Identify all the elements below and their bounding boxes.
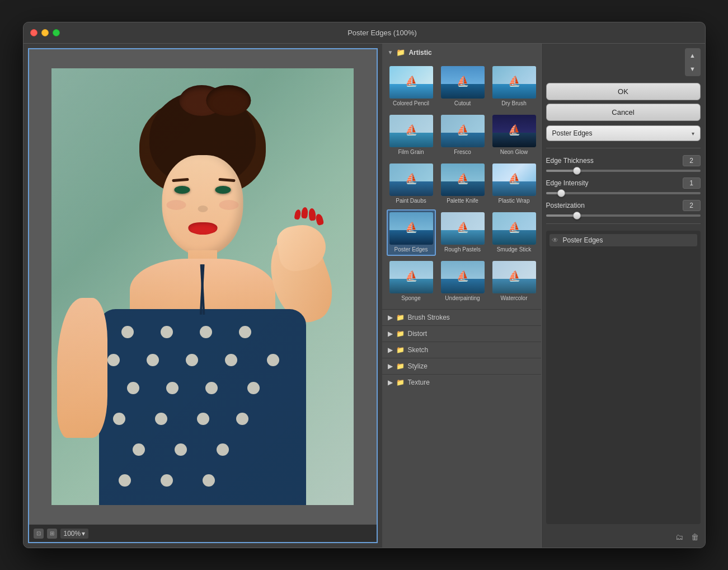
preview-image xyxy=(29,49,377,524)
filter-label-poster-edges: Poster Edges xyxy=(394,246,428,253)
artistic-category-label: Artistic xyxy=(408,49,431,57)
layers-icon[interactable]: 🗂 xyxy=(674,531,685,543)
filter-thumb-paint-daubs: ⛵ xyxy=(389,163,433,196)
sketch-label: Sketch xyxy=(408,346,429,354)
posterization-track xyxy=(546,214,701,217)
fit-view-button[interactable]: ⊡ xyxy=(34,529,44,539)
filter-item-sponge[interactable]: ⛵ Sponge xyxy=(387,258,436,305)
filter-thumb-sponge: ⛵ xyxy=(389,261,433,293)
filter-thumb-cutout: ⛵ xyxy=(441,66,485,99)
filter-thumb-smudge-stick: ⛵ xyxy=(492,212,536,245)
brush-strokes-category[interactable]: ▶ 📁 Brush Strokes xyxy=(382,309,541,325)
nail-1 xyxy=(315,213,325,226)
filter-item-watercolor[interactable]: ⛵ Watercolor xyxy=(490,258,539,305)
filter-item-fresco[interactable]: ⛵ Fresco xyxy=(438,112,487,158)
brush-strokes-arrow: ▶ xyxy=(388,314,393,321)
filter-label-cutout: Cutout xyxy=(454,100,471,107)
posterization-value[interactable]: 2 xyxy=(683,200,701,211)
stylize-category[interactable]: ▶ 📁 Stylize xyxy=(382,358,541,374)
filter-label-paint-daubs: Paint Daubs xyxy=(396,198,426,204)
traffic-lights xyxy=(30,29,60,36)
delete-icon[interactable]: 🗑 xyxy=(689,531,701,543)
sketch-category[interactable]: ▶ 📁 Sketch xyxy=(382,342,541,358)
sketch-arrow: ▶ xyxy=(388,346,393,354)
minimize-button[interactable] xyxy=(41,29,49,36)
preview-toolbar: ⊡ ⊞ 100% ▾ xyxy=(29,524,377,542)
texture-category[interactable]: ▶ 📁 Texture xyxy=(382,374,541,390)
filter-thumb-plastic-wrap: ⛵ xyxy=(492,163,536,196)
filter-item-smudge-stick[interactable]: ⛵ Smudge Stick xyxy=(490,209,539,256)
filter-label-sponge: Sponge xyxy=(401,295,420,302)
edge-intensity-header: Edge Intensity 1 xyxy=(546,177,701,189)
hair-bun-right xyxy=(206,85,251,116)
artistic-category-header[interactable]: ▼ 📁 Artistic xyxy=(382,44,541,61)
close-button[interactable] xyxy=(30,29,37,36)
filter-label-rough-pastels: Rough Pastels xyxy=(444,246,481,253)
face xyxy=(162,155,243,256)
filter-item-neon-glow[interactable]: ⛵ Neon Glow xyxy=(490,112,539,158)
effect-item-poster-edges[interactable]: 👁 Poster Edges xyxy=(549,234,697,246)
nail-2 xyxy=(308,208,316,221)
filter-item-rough-pastels[interactable]: ⛵ Rough Pastels xyxy=(438,209,487,256)
zoom-value: 100% xyxy=(64,530,81,538)
lips xyxy=(188,222,217,235)
preview-pane: ⊡ ⊞ 100% ▾ xyxy=(28,48,378,543)
zoom-dropdown-arrow: ▾ xyxy=(82,530,85,538)
window-title: Poster Edges (100%) xyxy=(67,29,698,37)
filter-item-poster-edges[interactable]: ⛵ Poster Edges xyxy=(387,209,436,256)
bottom-icons: 🗂 🗑 xyxy=(546,529,701,543)
distort-label: Distort xyxy=(408,330,428,338)
distort-folder-icon: 📁 xyxy=(396,330,405,338)
cancel-button[interactable]: Cancel xyxy=(546,104,701,121)
maximize-button[interactable] xyxy=(53,29,60,36)
scroll-down-button[interactable]: ▼ xyxy=(686,63,699,75)
arm-left xyxy=(57,298,107,438)
effect-name-label: Poster Edges xyxy=(563,236,603,244)
param-section: Edge Thickness 2 Edge Intensity 1 xyxy=(546,155,701,217)
edge-intensity-value[interactable]: 1 xyxy=(683,177,701,189)
edge-intensity-thumb[interactable] xyxy=(557,189,565,197)
divider-2 xyxy=(546,223,701,224)
filter-item-dry-brush[interactable]: ⛵ Dry Brush xyxy=(490,63,539,110)
filter-thumb-fresco: ⛵ xyxy=(441,115,485,147)
artistic-filter-grid: ⛵ Colored Pencil ⛵ Cutout xyxy=(382,61,541,309)
filter-thumb-watercolor: ⛵ xyxy=(492,261,536,293)
filter-item-colored-pencil[interactable]: ⛵ Colored Pencil xyxy=(387,63,436,110)
effect-eye-icon[interactable]: 👁 xyxy=(552,236,558,244)
filter-item-film-grain[interactable]: ⛵ Film Grain xyxy=(387,112,436,158)
filter-label-smudge-stick: Smudge Stick xyxy=(497,246,532,253)
edge-thickness-fill xyxy=(546,170,577,172)
filter-item-plastic-wrap[interactable]: ⛵ Plastic Wrap xyxy=(490,161,539,207)
filter-item-palette-knife[interactable]: ⛵ Palette Knife xyxy=(438,161,487,207)
filter-item-underpainting[interactable]: ⛵ Underpainting xyxy=(438,258,487,305)
nail-4 xyxy=(294,209,302,220)
ok-button[interactable]: OK xyxy=(546,83,701,100)
eyebrow-left xyxy=(172,178,189,183)
filter-selector-label: Poster Edges xyxy=(552,129,593,137)
nail-3 xyxy=(301,207,308,219)
artistic-folder-icon: 📁 xyxy=(396,48,405,57)
filter-item-cutout[interactable]: ⛵ Cutout xyxy=(438,63,487,110)
filter-selector-dropdown[interactable]: Poster Edges ▾ xyxy=(546,125,701,141)
posterization-thumb[interactable] xyxy=(573,212,581,219)
edge-thickness-track xyxy=(546,170,701,172)
filter-item-paint-daubs[interactable]: ⛵ Paint Daubs xyxy=(387,161,436,207)
actual-size-button[interactable]: ⊞ xyxy=(47,529,57,539)
filter-thumb-rough-pastels: ⛵ xyxy=(441,212,485,245)
zoom-display[interactable]: 100% ▾ xyxy=(60,529,89,539)
filter-label-film-grain: Film Grain xyxy=(398,149,424,156)
edge-thickness-thumb[interactable] xyxy=(573,167,581,175)
filter-label-fresco: Fresco xyxy=(454,149,471,156)
scroll-up-button[interactable]: ▲ xyxy=(686,49,699,62)
eyebrow-right xyxy=(218,178,235,183)
cheek-right xyxy=(219,200,239,210)
nose xyxy=(198,205,208,212)
cheek-left xyxy=(167,200,186,210)
filter-thumb-dry-brush: ⛵ xyxy=(492,66,536,99)
stylize-folder-icon: 📁 xyxy=(396,362,405,370)
edge-thickness-value[interactable]: 2 xyxy=(683,155,701,166)
posterization-header: Posterization 2 xyxy=(546,200,701,211)
right-panel: ▲ ▼ OK Cancel Poster Edges ▾ Edge xyxy=(542,44,705,548)
distort-category[interactable]: ▶ 📁 Distort xyxy=(382,325,541,342)
eye-left xyxy=(175,186,190,194)
